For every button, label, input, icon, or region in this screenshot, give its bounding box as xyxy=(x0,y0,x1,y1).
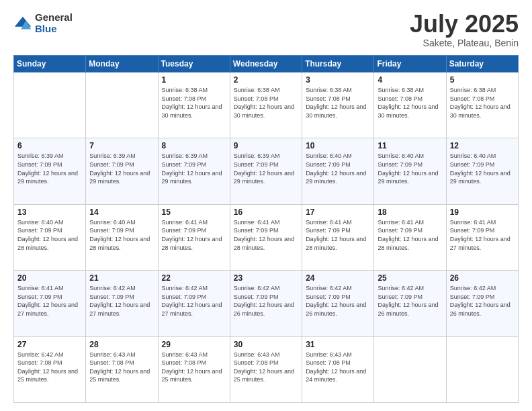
calendar-cell: 11Sunrise: 6:40 AM Sunset: 7:09 PM Dayli… xyxy=(374,138,446,204)
day-number: 31 xyxy=(306,340,370,349)
logo-blue: Blue xyxy=(35,24,73,35)
day-number: 27 xyxy=(17,340,82,349)
logo-text: General Blue xyxy=(35,12,73,34)
calendar-cell: 9Sunrise: 6:39 AM Sunset: 7:09 PM Daylig… xyxy=(230,138,302,204)
calendar-cell: 2Sunrise: 6:38 AM Sunset: 7:08 PM Daylig… xyxy=(230,73,302,138)
weekday-header-row: SundayMondayTuesdayWednesdayThursdayFrid… xyxy=(14,56,519,73)
day-number: 4 xyxy=(378,75,442,85)
calendar-cell: 20Sunrise: 6:41 AM Sunset: 7:09 PM Dayli… xyxy=(14,271,86,336)
day-number: 17 xyxy=(306,208,370,217)
day-info: Sunrise: 6:38 AM Sunset: 7:08 PM Dayligh… xyxy=(234,86,298,120)
month-title: July 2025 xyxy=(410,12,519,36)
day-number: 25 xyxy=(378,273,442,283)
calendar-cell: 1Sunrise: 6:38 AM Sunset: 7:08 PM Daylig… xyxy=(158,73,230,138)
day-info: Sunrise: 6:40 AM Sunset: 7:09 PM Dayligh… xyxy=(450,152,515,185)
day-number: 15 xyxy=(162,208,226,217)
location: Sakete, Plateau, Benin xyxy=(410,38,519,48)
weekday-header-tuesday: Tuesday xyxy=(158,56,230,73)
calendar-cell: 28Sunrise: 6:43 AM Sunset: 7:08 PM Dayli… xyxy=(86,336,158,402)
calendar-cell xyxy=(374,336,446,402)
day-number: 19 xyxy=(450,208,515,217)
calendar-cell xyxy=(86,73,158,138)
day-number: 29 xyxy=(162,340,226,349)
calendar-cell: 5Sunrise: 6:38 AM Sunset: 7:08 PM Daylig… xyxy=(446,73,518,138)
day-info: Sunrise: 6:41 AM Sunset: 7:09 PM Dayligh… xyxy=(378,218,442,252)
day-info: Sunrise: 6:42 AM Sunset: 7:09 PM Dayligh… xyxy=(162,284,226,318)
calendar-cell: 4Sunrise: 6:38 AM Sunset: 7:08 PM Daylig… xyxy=(374,73,446,138)
day-number: 6 xyxy=(17,141,82,150)
day-number: 3 xyxy=(306,75,370,85)
day-info: Sunrise: 6:41 AM Sunset: 7:09 PM Dayligh… xyxy=(17,284,82,318)
week-row-5: 27Sunrise: 6:42 AM Sunset: 7:08 PM Dayli… xyxy=(14,336,519,402)
day-number: 11 xyxy=(378,141,442,150)
title-block: July 2025 Sakete, Plateau, Benin xyxy=(410,12,519,48)
calendar-table: SundayMondayTuesdayWednesdayThursdayFrid… xyxy=(13,55,519,403)
day-info: Sunrise: 6:40 AM Sunset: 7:09 PM Dayligh… xyxy=(89,218,154,252)
day-number: 30 xyxy=(234,340,298,349)
calendar-cell: 12Sunrise: 6:40 AM Sunset: 7:09 PM Dayli… xyxy=(446,138,518,204)
calendar-cell: 26Sunrise: 6:42 AM Sunset: 7:09 PM Dayli… xyxy=(446,271,518,336)
header: General Blue July 2025 Sakete, Plateau, … xyxy=(13,12,519,48)
page: General Blue July 2025 Sakete, Plateau, … xyxy=(0,0,532,411)
day-number: 7 xyxy=(89,141,154,150)
week-row-4: 20Sunrise: 6:41 AM Sunset: 7:09 PM Dayli… xyxy=(14,271,519,336)
day-info: Sunrise: 6:41 AM Sunset: 7:09 PM Dayligh… xyxy=(306,218,370,252)
day-info: Sunrise: 6:41 AM Sunset: 7:09 PM Dayligh… xyxy=(450,218,515,252)
day-info: Sunrise: 6:41 AM Sunset: 7:09 PM Dayligh… xyxy=(162,218,226,252)
logo-icon xyxy=(13,14,32,33)
weekday-header-wednesday: Wednesday xyxy=(230,56,302,73)
day-number: 28 xyxy=(89,340,154,349)
day-info: Sunrise: 6:40 AM Sunset: 7:09 PM Dayligh… xyxy=(17,218,82,252)
day-info: Sunrise: 6:43 AM Sunset: 7:08 PM Dayligh… xyxy=(234,351,298,384)
calendar-cell: 16Sunrise: 6:41 AM Sunset: 7:09 PM Dayli… xyxy=(230,204,302,270)
calendar-cell: 27Sunrise: 6:42 AM Sunset: 7:08 PM Dayli… xyxy=(14,336,86,402)
day-info: Sunrise: 6:39 AM Sunset: 7:09 PM Dayligh… xyxy=(162,152,226,185)
day-number: 24 xyxy=(306,273,370,283)
logo-general: General xyxy=(35,12,73,24)
calendar-cell: 24Sunrise: 6:42 AM Sunset: 7:09 PM Dayli… xyxy=(302,271,374,336)
day-number: 23 xyxy=(234,273,298,283)
day-number: 2 xyxy=(234,75,298,85)
day-info: Sunrise: 6:42 AM Sunset: 7:09 PM Dayligh… xyxy=(306,284,370,318)
day-info: Sunrise: 6:38 AM Sunset: 7:08 PM Dayligh… xyxy=(450,86,515,120)
calendar-cell: 10Sunrise: 6:40 AM Sunset: 7:09 PM Dayli… xyxy=(302,138,374,204)
day-info: Sunrise: 6:40 AM Sunset: 7:09 PM Dayligh… xyxy=(306,152,370,185)
week-row-2: 6Sunrise: 6:39 AM Sunset: 7:09 PM Daylig… xyxy=(14,138,519,204)
day-number: 16 xyxy=(234,208,298,217)
day-info: Sunrise: 6:41 AM Sunset: 7:09 PM Dayligh… xyxy=(234,218,298,252)
day-number: 22 xyxy=(162,273,226,283)
calendar-cell xyxy=(446,336,518,402)
calendar-cell: 19Sunrise: 6:41 AM Sunset: 7:09 PM Dayli… xyxy=(446,204,518,270)
day-info: Sunrise: 6:39 AM Sunset: 7:09 PM Dayligh… xyxy=(17,152,82,185)
day-number: 12 xyxy=(450,141,515,150)
day-number: 9 xyxy=(234,141,298,150)
weekday-header-friday: Friday xyxy=(374,56,446,73)
day-info: Sunrise: 6:42 AM Sunset: 7:09 PM Dayligh… xyxy=(234,284,298,318)
calendar-cell: 13Sunrise: 6:40 AM Sunset: 7:09 PM Dayli… xyxy=(14,204,86,270)
day-info: Sunrise: 6:38 AM Sunset: 7:08 PM Dayligh… xyxy=(378,86,442,120)
day-number: 26 xyxy=(450,273,515,283)
day-info: Sunrise: 6:42 AM Sunset: 7:09 PM Dayligh… xyxy=(450,284,515,318)
calendar-cell: 15Sunrise: 6:41 AM Sunset: 7:09 PM Dayli… xyxy=(158,204,230,270)
calendar-cell: 3Sunrise: 6:38 AM Sunset: 7:08 PM Daylig… xyxy=(302,73,374,138)
calendar-cell: 7Sunrise: 6:39 AM Sunset: 7:09 PM Daylig… xyxy=(86,138,158,204)
day-number: 21 xyxy=(89,273,154,283)
calendar-cell: 22Sunrise: 6:42 AM Sunset: 7:09 PM Dayli… xyxy=(158,271,230,336)
day-info: Sunrise: 6:39 AM Sunset: 7:09 PM Dayligh… xyxy=(234,152,298,185)
calendar-cell: 18Sunrise: 6:41 AM Sunset: 7:09 PM Dayli… xyxy=(374,204,446,270)
weekday-header-thursday: Thursday xyxy=(302,56,374,73)
day-number: 13 xyxy=(17,208,82,217)
calendar-cell: 23Sunrise: 6:42 AM Sunset: 7:09 PM Dayli… xyxy=(230,271,302,336)
week-row-3: 13Sunrise: 6:40 AM Sunset: 7:09 PM Dayli… xyxy=(14,204,519,270)
day-number: 14 xyxy=(89,208,154,217)
logo: General Blue xyxy=(13,12,73,34)
calendar-cell: 14Sunrise: 6:40 AM Sunset: 7:09 PM Dayli… xyxy=(86,204,158,270)
day-number: 20 xyxy=(17,273,82,283)
day-number: 1 xyxy=(162,75,226,85)
calendar-cell: 6Sunrise: 6:39 AM Sunset: 7:09 PM Daylig… xyxy=(14,138,86,204)
day-info: Sunrise: 6:39 AM Sunset: 7:09 PM Dayligh… xyxy=(89,152,154,185)
calendar-cell: 25Sunrise: 6:42 AM Sunset: 7:09 PM Dayli… xyxy=(374,271,446,336)
weekday-header-sunday: Sunday xyxy=(14,56,86,73)
calendar-cell: 17Sunrise: 6:41 AM Sunset: 7:09 PM Dayli… xyxy=(302,204,374,270)
day-info: Sunrise: 6:38 AM Sunset: 7:08 PM Dayligh… xyxy=(162,86,226,120)
